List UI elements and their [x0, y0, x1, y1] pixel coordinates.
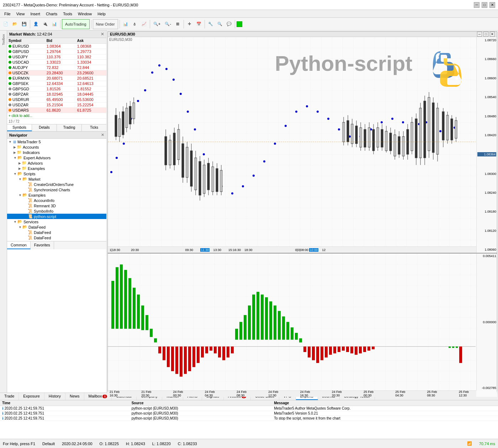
mw-add-symbol[interactable]: + click to add...	[7, 113, 106, 118]
mw-tab-trading[interactable]: Trading	[57, 124, 82, 131]
nav-tree-item-5[interactable]: ▶ 📁 Examples	[7, 166, 106, 171]
mw-symbol-3[interactable]: USDCAD	[7, 60, 45, 65]
toolbar-save-btn[interactable]: 💾	[20, 19, 28, 29]
nav-tree-item-14[interactable]: 📜 python-script	[7, 214, 106, 219]
toolbar-fit-btn[interactable]: ⊞	[174, 19, 182, 29]
autotrading-button[interactable]: AutoTrading	[62, 19, 90, 29]
mw-tab-details[interactable]: Details	[32, 124, 57, 131]
menu-insert[interactable]: Insert	[27, 11, 43, 17]
svg-rect-190	[325, 347, 328, 358]
mw-symbol-12[interactable]: USDARS	[7, 108, 45, 113]
bottom-tab-trade[interactable]: Trade	[0, 393, 19, 400]
menu-file[interactable]: File	[1, 11, 14, 17]
menu-tools[interactable]: Tools	[60, 11, 75, 17]
mw-ask-5: 23.29600	[76, 70, 106, 76]
nav-tree-item-4[interactable]: ▶ 📁 Advisors	[7, 160, 106, 166]
toolbar-chart-btn[interactable]: 📊	[50, 19, 59, 29]
mw-symbol-1[interactable]: GBPUSD	[7, 49, 45, 54]
toolbar-profile-btn[interactable]: 👤	[32, 19, 40, 29]
nav-tab-common[interactable]: Common	[7, 241, 31, 249]
mw-tab-symbols[interactable]: Symbols	[7, 124, 32, 131]
maximize-button[interactable]: □	[482, 2, 487, 8]
close-button[interactable]: ✕	[489, 2, 495, 8]
mw-symbol-4[interactable]: AUDJPY	[7, 65, 45, 70]
status-ping-icon: 📶	[467, 441, 472, 446]
nav-tree-item-0[interactable]: ▼ 🖥 MetaTrader 5	[7, 139, 106, 144]
y-label-5: 1.08420	[477, 133, 496, 137]
mw-symbol-11[interactable]: USDZAR	[7, 102, 45, 108]
toolbar-indicator-btn[interactable]: 🔧	[206, 19, 215, 29]
toolbar-connect-btn[interactable]: 🔌	[41, 19, 49, 29]
toolbar-crosshair-btn[interactable]: ✛	[185, 19, 194, 29]
mw-symbol-9[interactable]: GBPZAR	[7, 92, 45, 97]
menu-window[interactable]: Window	[75, 11, 95, 17]
mw-symbol-10[interactable]: USDRUR	[7, 97, 45, 102]
nav-tree-item-9[interactable]: 📜 Synchronized Charts	[7, 187, 106, 192]
nav-tree-item-3[interactable]: ▼ 📂 Expert Advisors	[7, 155, 106, 160]
menu-view[interactable]: View	[14, 11, 28, 17]
nav-tree-item-10[interactable]: ▼ 📂 Examples	[7, 192, 106, 198]
nav-tree-item-1[interactable]: ▶ 📁 Accounts	[7, 144, 106, 150]
nav-tree-item-18[interactable]: 📜 DataFeed	[7, 235, 106, 240]
status-low: L: 1.08220	[152, 442, 171, 446]
mw-tab-ticks[interactable]: Ticks	[82, 124, 106, 131]
nav-tree-item-8[interactable]: 📜 CreateGridOrdersTune	[7, 182, 106, 187]
svg-rect-138	[108, 254, 476, 390]
chart-close-btn[interactable]: ✕	[490, 32, 495, 37]
toolbar-line-btn[interactable]: 📈	[140, 19, 148, 29]
nav-tree-item-15[interactable]: ▼ 📂 Services	[7, 219, 106, 224]
svg-rect-182	[291, 327, 293, 340]
mw-ask-9: 18.04445	[76, 92, 106, 97]
log-time-2: ℹ 2020.02.25 12:41:59.751	[0, 416, 129, 421]
svg-rect-166	[222, 347, 225, 360]
navigator-close-btn[interactable]: ✕	[101, 133, 104, 137]
log-col-source: Source	[129, 400, 272, 406]
menu-help[interactable]: Help	[95, 11, 108, 17]
toolbar-bar-chart-btn[interactable]: 📊	[121, 19, 130, 29]
indicator-svg	[108, 254, 476, 390]
nav-tree-item-17[interactable]: 📜 DataFeed	[7, 230, 106, 235]
mw-symbol-7[interactable]: GBPSEK	[7, 81, 45, 86]
mw-symbol-8[interactable]: GBPSGD	[7, 86, 45, 92]
nav-tree-item-13[interactable]: 📜 SymbolInfo	[7, 208, 106, 214]
market-watch-close-btn[interactable]: ✕	[101, 32, 104, 37]
toolbar-period-btn[interactable]: 📅	[195, 19, 203, 29]
bottom-tab-news[interactable]: News	[65, 393, 84, 400]
bottom-tab-history[interactable]: History	[44, 393, 65, 400]
svg-rect-178	[274, 305, 276, 340]
menu-charts[interactable]: Charts	[43, 11, 60, 17]
nav-tree-item-2[interactable]: ▶ 📁 Indicators	[7, 150, 106, 155]
svg-rect-185	[303, 347, 306, 352]
toolbar-comment-btn[interactable]: 💬	[225, 19, 233, 29]
toolbox-label[interactable]: Toolbox	[1, 32, 6, 47]
trading-active-indicator	[237, 21, 242, 27]
toolbar-zoom-out-btn[interactable]: 🔍-	[163, 19, 173, 29]
minimize-button[interactable]: ─	[474, 2, 480, 8]
toolbar-search-btn[interactable]: 🔍	[216, 19, 224, 29]
nav-tree-item-11[interactable]: 📜 AccountInfo	[7, 198, 106, 203]
y-label-3: 1.08540	[477, 95, 496, 99]
mw-symbol-0[interactable]: EURUSD	[7, 44, 45, 49]
nav-tree-item-6[interactable]: ▼ 📂 Scripts	[7, 171, 106, 176]
nav-label-0: MetaTrader 5	[17, 140, 41, 144]
mw-symbol-5[interactable]: USDCZK	[7, 70, 45, 76]
nav-tree-item-16[interactable]: ▼ 📂 DataFeed	[7, 224, 106, 230]
chart-maximize-btn[interactable]: □	[483, 32, 488, 37]
mw-symbol-6[interactable]: EURMXN	[7, 76, 45, 81]
chart-minimize-btn[interactable]: ─	[477, 32, 482, 37]
toolbar-open-btn[interactable]: 📂	[11, 19, 19, 29]
svg-point-22	[263, 160, 265, 162]
nav-tree-item-12[interactable]: 📜 Remnant 3D	[7, 203, 106, 208]
bottom-tab-exposure[interactable]: Exposure	[19, 393, 44, 400]
toolbar-zoom-in-btn[interactable]: 🔍+	[152, 19, 162, 29]
svg-rect-140	[111, 281, 114, 329]
new-order-button[interactable]: New Order	[93, 19, 118, 29]
mw-symbol-2[interactable]: USDJPY	[7, 54, 45, 60]
nav-tree-item-7[interactable]: ▼ 📂 Market	[7, 176, 106, 182]
time-label-4: 24 Feb 08:30	[237, 390, 254, 397]
nav-tab-favorites[interactable]: Favorites	[31, 241, 54, 249]
toolbar-new-btn[interactable]: 📄	[1, 19, 10, 29]
svg-point-11	[165, 68, 168, 70]
nav-label-17: DataFeed	[34, 230, 51, 235]
toolbar-candle-btn[interactable]: 🕯	[131, 19, 139, 29]
